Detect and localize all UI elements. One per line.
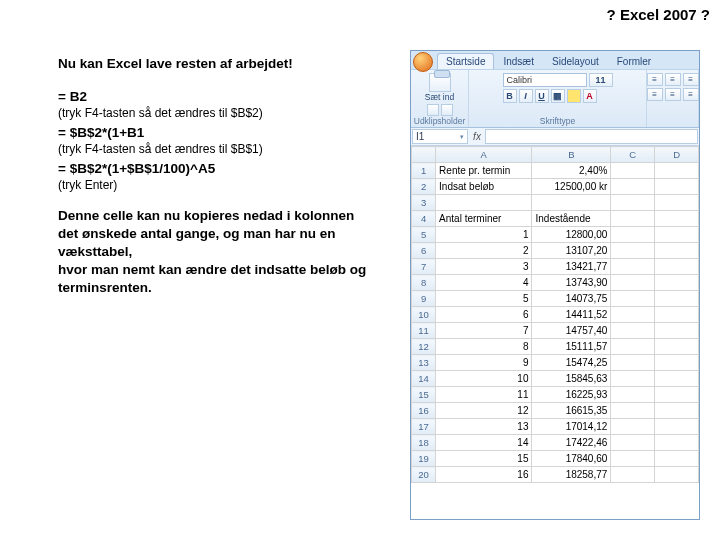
cell-a[interactable]: 10 (436, 371, 532, 387)
cell-a[interactable]: 8 (436, 339, 532, 355)
cell-d[interactable] (655, 227, 699, 243)
cell-c[interactable] (611, 211, 655, 227)
row-header[interactable]: 1 (412, 163, 436, 179)
align-top-icon[interactable]: ≡ (647, 73, 663, 86)
cell-b[interactable]: 2,40% (532, 163, 611, 179)
cell-a[interactable]: 12 (436, 403, 532, 419)
office-button-icon[interactable] (413, 52, 433, 72)
cell-b[interactable]: 15474,25 (532, 355, 611, 371)
fill-color-button[interactable] (567, 89, 581, 103)
table-row[interactable]: 3 (412, 195, 699, 211)
cell-b[interactable]: 13743,90 (532, 275, 611, 291)
cell-b[interactable]: 15845,63 (532, 371, 611, 387)
col-header-d[interactable]: D (655, 147, 699, 163)
cell-b[interactable]: 17840,60 (532, 451, 611, 467)
cell-b[interactable]: 15111,57 (532, 339, 611, 355)
paste-icon[interactable] (429, 73, 451, 92)
tab-formler[interactable]: Formler (608, 53, 660, 69)
cell-d[interactable] (655, 259, 699, 275)
align-center-icon[interactable]: ≡ (665, 88, 681, 101)
row-header[interactable]: 11 (412, 323, 436, 339)
cell-b[interactable]: 12500,00 kr (532, 179, 611, 195)
cell-a[interactable]: 5 (436, 291, 532, 307)
cell-a[interactable]: 2 (436, 243, 532, 259)
tab-indsaet[interactable]: Indsæt (494, 53, 543, 69)
cell-a[interactable]: 3 (436, 259, 532, 275)
row-header[interactable]: 17 (412, 419, 436, 435)
cell-d[interactable] (655, 243, 699, 259)
row-header[interactable]: 15 (412, 387, 436, 403)
italic-button[interactable]: I (519, 89, 533, 103)
table-row[interactable]: 10614411,52 (412, 307, 699, 323)
cell-d[interactable] (655, 211, 699, 227)
bold-button[interactable]: B (503, 89, 517, 103)
row-header[interactable]: 4 (412, 211, 436, 227)
cell-a[interactable]: 9 (436, 355, 532, 371)
cell-c[interactable] (611, 323, 655, 339)
col-header-a[interactable]: A (436, 147, 532, 163)
cell-b[interactable]: 13107,20 (532, 243, 611, 259)
cell-b[interactable]: Indestående (532, 211, 611, 227)
align-right-icon[interactable]: ≡ (683, 88, 699, 101)
cell-d[interactable] (655, 355, 699, 371)
font-color-button[interactable]: A (583, 89, 597, 103)
cell-b[interactable]: 18258,77 (532, 467, 611, 483)
cell-a[interactable]: 15 (436, 451, 532, 467)
align-middle-icon[interactable]: ≡ (665, 73, 681, 86)
cell-d[interactable] (655, 371, 699, 387)
col-header-c[interactable]: C (611, 147, 655, 163)
table-row[interactable]: 1Rente pr. termin2,40% (412, 163, 699, 179)
cell-b[interactable]: 17014,12 (532, 419, 611, 435)
cell-d[interactable] (655, 419, 699, 435)
cell-b[interactable]: 16615,35 (532, 403, 611, 419)
cell-a[interactable]: Antal terminer (436, 211, 532, 227)
cell-b[interactable]: 14757,40 (532, 323, 611, 339)
cell-c[interactable] (611, 419, 655, 435)
cell-c[interactable] (611, 451, 655, 467)
cell-d[interactable] (655, 195, 699, 211)
row-header[interactable]: 3 (412, 195, 436, 211)
cell-b[interactable]: 14411,52 (532, 307, 611, 323)
cell-c[interactable] (611, 387, 655, 403)
column-headers[interactable]: A B C D (412, 147, 699, 163)
cell-a[interactable]: 6 (436, 307, 532, 323)
table-row[interactable]: 13915474,25 (412, 355, 699, 371)
cell-b[interactable]: 16225,93 (532, 387, 611, 403)
table-row[interactable]: 181417422,46 (412, 435, 699, 451)
cell-c[interactable] (611, 371, 655, 387)
cut-icon[interactable] (427, 104, 439, 116)
table-row[interactable]: 161216615,35 (412, 403, 699, 419)
table-row[interactable]: 11714757,40 (412, 323, 699, 339)
tab-sidelayout[interactable]: Sidelayout (543, 53, 608, 69)
align-left-icon[interactable]: ≡ (647, 88, 663, 101)
cell-c[interactable] (611, 259, 655, 275)
table-row[interactable]: 5112800,00 (412, 227, 699, 243)
cell-b[interactable]: 13421,77 (532, 259, 611, 275)
table-row[interactable]: 151116225,93 (412, 387, 699, 403)
underline-button[interactable]: U (535, 89, 549, 103)
cell-a[interactable]: 16 (436, 467, 532, 483)
table-row[interactable]: 9514073,75 (412, 291, 699, 307)
cell-d[interactable] (655, 403, 699, 419)
cell-c[interactable] (611, 435, 655, 451)
cell-a[interactable] (436, 195, 532, 211)
row-header[interactable]: 5 (412, 227, 436, 243)
cell-a[interactable]: 13 (436, 419, 532, 435)
table-row[interactable]: 191517840,60 (412, 451, 699, 467)
cell-a[interactable]: Indsat beløb (436, 179, 532, 195)
cell-b[interactable] (532, 195, 611, 211)
cell-c[interactable] (611, 275, 655, 291)
table-row[interactable]: 141015845,63 (412, 371, 699, 387)
row-header[interactable]: 10 (412, 307, 436, 323)
row-header[interactable]: 2 (412, 179, 436, 195)
table-row[interactable]: 4Antal terminerIndestående (412, 211, 699, 227)
cell-c[interactable] (611, 307, 655, 323)
table-row[interactable]: 171317014,12 (412, 419, 699, 435)
cell-a[interactable]: 1 (436, 227, 532, 243)
row-header[interactable]: 12 (412, 339, 436, 355)
row-header[interactable]: 14 (412, 371, 436, 387)
cell-d[interactable] (655, 307, 699, 323)
formula-input[interactable] (485, 129, 698, 144)
cell-c[interactable] (611, 403, 655, 419)
cell-c[interactable] (611, 243, 655, 259)
